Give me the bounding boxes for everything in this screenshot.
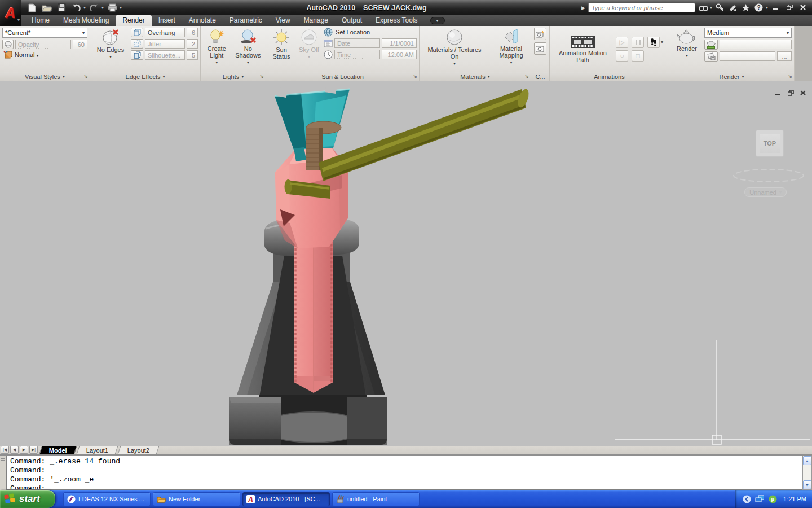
ribbon-state-button[interactable]: ▾ [430, 17, 445, 24]
redo-dropdown-caret[interactable]: ▾ [102, 5, 104, 10]
silhouette-edge-button[interactable] [131, 50, 143, 60]
tab-mesh-modeling[interactable]: Mesh Modeling [56, 15, 116, 26]
tab-output[interactable]: Output [335, 15, 369, 26]
play-animation-button[interactable]: ▷ [616, 37, 628, 48]
dialog-launcher-icon[interactable]: ↘ [524, 73, 529, 79]
help-icon[interactable]: ? [754, 3, 764, 13]
restore-button[interactable] [784, 3, 795, 11]
search-input[interactable] [588, 3, 695, 12]
create-light-button[interactable]: Create Light ▾ [203, 28, 231, 70]
walk-fly-caret[interactable]: ▾ [661, 40, 663, 45]
record-animation-button[interactable]: ○ [616, 50, 628, 62]
tab-insert[interactable]: Insert [152, 15, 182, 26]
opacity-slider[interactable]: Opacity [15, 40, 71, 49]
task-new-folder[interactable]: New Folder [153, 492, 240, 506]
stop-animation-button[interactable]: □ [632, 50, 644, 62]
help-options-caret[interactable]: ▾ [766, 5, 768, 10]
xray-toggle-button[interactable] [2, 40, 14, 49]
tab-annotate[interactable]: Annotate [182, 15, 223, 26]
sky-off-button[interactable]: Sky Off ▾ [297, 28, 321, 70]
last-tab-button[interactable]: ▶| [29, 446, 38, 454]
tab-view[interactable]: View [269, 15, 297, 26]
network-icon[interactable] [755, 494, 764, 503]
prev-tab-button[interactable]: ◀ [10, 446, 19, 454]
dialog-launcher-icon[interactable]: ↘ [259, 73, 264, 79]
tab-home[interactable]: Home [25, 15, 56, 26]
task-paint[interactable]: untitled - Paint [332, 492, 420, 506]
no-edges-button[interactable]: No Edges ▾ [92, 28, 129, 70]
subscription-key-icon[interactable] [715, 3, 725, 13]
material-mapping-button[interactable]: Material Mapping ▾ [494, 28, 528, 70]
render-window-button[interactable] [704, 40, 718, 50]
camera-display-button[interactable] [534, 42, 546, 55]
scroll-up-button[interactable]: ▲ [803, 456, 811, 465]
date-slider[interactable]: Date [334, 38, 380, 48]
panel-footer-animations[interactable]: Animations [550, 72, 669, 81]
render-button[interactable]: Render ▾ [672, 28, 702, 70]
face-mode-dropdown[interactable]: Normal ▾ [15, 51, 39, 58]
tab-layout2[interactable]: Layout2 [118, 446, 160, 454]
undo-button[interactable] [70, 2, 82, 14]
drawing-restore-button[interactable] [786, 89, 795, 97]
tab-render[interactable]: Render [116, 15, 151, 26]
start-button[interactable]: start [0, 490, 55, 508]
viewcube[interactable]: TOP [756, 130, 784, 157]
command-scrollbar[interactable]: ▲ ▼ [802, 456, 812, 490]
plot-button[interactable] [106, 2, 118, 14]
tab-express-tools[interactable]: Express Tools [369, 15, 424, 26]
task-ideas[interactable]: I-DEAS 12 NX Series ... [63, 492, 151, 506]
next-tab-button[interactable]: ▶ [20, 446, 28, 454]
time-slider[interactable]: Time [334, 50, 380, 59]
dialog-launcher-icon[interactable]: ↘ [413, 73, 417, 79]
close-button[interactable] [797, 3, 809, 11]
render-preset-dropdown[interactable]: Medium▾ [704, 28, 792, 38]
sun-status-button[interactable]: Sun Status [268, 28, 294, 70]
animation-motion-path-button[interactable]: Animation Motion Path [552, 33, 614, 64]
tab-parametric[interactable]: Parametric [223, 15, 269, 26]
overhang-edge-button[interactable] [131, 28, 143, 37]
drawing-canvas[interactable]: TOP Unnamed ▿ [0, 81, 812, 446]
dialog-launcher-icon[interactable]: ↘ [83, 73, 88, 79]
utorrent-icon[interactable]: µ [768, 494, 777, 503]
redo-button[interactable] [88, 2, 100, 14]
task-autocad[interactable]: A AutoCAD 2010 - [SC... [242, 492, 330, 506]
tab-manage[interactable]: Manage [297, 15, 335, 26]
panel-footer-cameras[interactable]: C... [531, 72, 549, 81]
search-options-caret[interactable]: ▾ [710, 5, 712, 10]
first-tab-button[interactable]: |◀ [1, 446, 9, 454]
undo-dropdown-caret[interactable]: ▾ [83, 5, 86, 10]
materials-textures-button[interactable]: Materials / Textures On ▾ [422, 28, 487, 70]
application-menu-button[interactable]: A ▾ [0, 0, 21, 26]
panel-footer-visual-styles[interactable]: Visual Styles▾ ↘ [0, 72, 90, 81]
scroll-down-button[interactable]: ▼ [803, 480, 811, 489]
no-shadows-button[interactable]: No Shadows ▾ [233, 28, 263, 70]
pause-animation-button[interactable] [632, 37, 644, 48]
minimize-button[interactable] [770, 3, 782, 11]
drawing-close-button[interactable] [798, 89, 807, 97]
tab-layout1[interactable]: Layout1 [76, 446, 118, 454]
command-window-grip[interactable] [0, 456, 6, 490]
dialog-launcher-icon[interactable]: ↘ [788, 73, 792, 79]
search-flyout-arrow-icon[interactable]: ▶ [581, 5, 585, 11]
command-history[interactable]: Command: _.erase 14 found Command: Comma… [6, 456, 802, 490]
drawing-minimize-button[interactable] [774, 89, 783, 97]
hide-icons-chevron[interactable] [742, 494, 751, 503]
jitter-edge-button[interactable] [131, 39, 143, 49]
panel-footer-render[interactable]: Render▾ ↘ [669, 72, 794, 81]
set-location-button[interactable]: Set Location [324, 28, 417, 37]
save-button[interactable] [55, 2, 68, 14]
open-file-button[interactable] [41, 2, 53, 14]
visual-style-dropdown[interactable]: *Current*▾ [2, 28, 87, 38]
walk-fly-button[interactable] [647, 37, 660, 48]
create-camera-button[interactable] [534, 28, 546, 40]
tab-model[interactable]: Model [39, 446, 77, 454]
search-binoculars-icon[interactable] [698, 3, 708, 13]
save-rendering-button[interactable] [704, 51, 718, 62]
panel-footer-edge-effects[interactable]: Edge Effects▾ [90, 72, 200, 81]
panel-footer-materials[interactable]: Materials▾ ↘ [420, 72, 531, 81]
overhang-field[interactable]: Overhang [145, 28, 185, 37]
favorites-star-icon[interactable] [741, 3, 751, 13]
communication-center-icon[interactable] [728, 3, 738, 13]
panel-footer-lights[interactable]: Lights▾ ↘ [201, 72, 266, 81]
named-view-dropdown[interactable]: Unnamed ▿ [744, 187, 787, 197]
